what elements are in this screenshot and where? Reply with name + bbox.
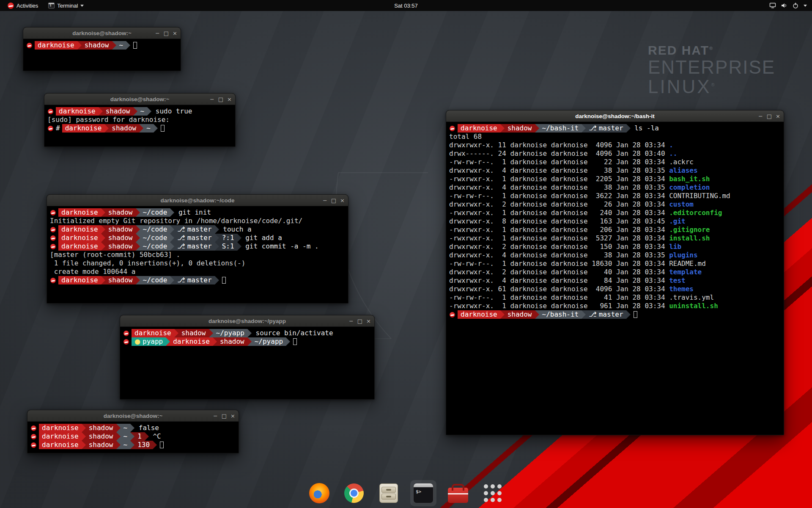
- redhat-prompt-icon: [450, 126, 455, 131]
- output-line: [sudo] password for darknoise:: [47, 116, 235, 124]
- rhel-logo: RED HAT® ENTERPRISE LINUX®: [648, 43, 775, 97]
- file-list-row: -rwxrwxr-x. 1 darknoise darknoise 2205 J…: [449, 175, 784, 183]
- terminal-cursor: [160, 442, 164, 448]
- command-text: ls -la: [631, 124, 659, 133]
- powerline-arrow: [154, 124, 158, 133]
- prompt-line: darknoiseshadow~/pyapp source bin/activa…: [123, 329, 374, 337]
- activities-button[interactable]: Activities: [3, 0, 42, 11]
- powerline-arrow: [170, 234, 174, 242]
- prompt-segment-host: shadow: [86, 432, 116, 441]
- terminal-content[interactable]: darknoiseshadow~/pyapp source bin/activa…: [120, 327, 374, 346]
- prompt-line: darknoiseshadow~ sudo true: [47, 107, 235, 116]
- maximize-button[interactable]: □: [767, 113, 772, 119]
- window-titlebar[interactable]: darknoise@shadow:~ − □ ×: [23, 28, 181, 39]
- window-titlebar[interactable]: darknoise@shadow:~ − □ ×: [27, 410, 239, 422]
- minimize-button[interactable]: −: [213, 413, 218, 419]
- terminal-content[interactable]: darknoiseshadow~ sudo true[sudo] passwor…: [44, 105, 235, 133]
- output-line: Initialized empty Git repository in /hom…: [50, 217, 348, 225]
- terminal-content[interactable]: darknoiseshadow~ falsedarknoiseshadow~1 …: [27, 422, 239, 449]
- dock-item-files[interactable]: [376, 480, 402, 506]
- powerline-arrow: [104, 124, 109, 133]
- file-name: install.sh: [669, 234, 710, 243]
- window-titlebar[interactable]: darknoise@shadow:~ − □ ×: [44, 94, 235, 105]
- dock-item-show-applications[interactable]: [480, 480, 506, 506]
- window-title: darknoise@shadow:~/bash-it: [575, 113, 655, 119]
- prompt-line: darknoiseshadow~: [26, 41, 181, 50]
- dock-item-firefox[interactable]: [306, 480, 332, 506]
- command-text: sudo true: [151, 107, 192, 116]
- minimize-button[interactable]: −: [758, 113, 763, 119]
- dock-item-chrome[interactable]: [341, 480, 367, 506]
- rhel-logo-line3: LINUX®: [648, 77, 775, 97]
- minimize-button[interactable]: −: [155, 30, 160, 36]
- prompt-segment-path: ~/pyapp: [213, 329, 247, 337]
- volume-icon: [781, 2, 787, 9]
- close-button[interactable]: ×: [230, 413, 235, 419]
- maximize-button[interactable]: □: [222, 413, 227, 419]
- file-list-row: -rw-rw-r--. 1 darknoise darknoise 3622 J…: [449, 192, 784, 200]
- file-name: .travis.yml: [669, 293, 714, 302]
- powerline-arrow: [215, 276, 219, 284]
- prompt-line: darknoiseshadow~/bash-it⎇ master ls -la: [449, 124, 784, 133]
- prompt-line: darknoiseshadow~/code⎇ masterS:1 git com…: [50, 242, 348, 251]
- minimize-button[interactable]: −: [210, 97, 214, 102]
- powerline-arrow: [82, 432, 86, 441]
- terminal-content[interactable]: darknoiseshadow~/bash-it⎇ master ls -lat…: [446, 122, 784, 319]
- prompt-line: darknoiseshadow~/bash-it⎇ master: [449, 310, 784, 319]
- close-button[interactable]: ×: [366, 318, 371, 324]
- file-list-row: drwxrwxr-x. 4 darknoise darknoise 38 Jan…: [449, 251, 784, 260]
- prompt-segment-host: shadow: [103, 107, 133, 116]
- file-name: .gitignore: [669, 226, 710, 234]
- prompt-segment-user: darknoise: [39, 441, 82, 449]
- file-name: ..: [669, 149, 677, 158]
- prompt-segment-path: ~: [143, 124, 154, 133]
- clock[interactable]: Sat 03:57: [390, 0, 422, 11]
- file-list-row: -rw-rw-r--. 1 darknoise darknoise 22 Jan…: [449, 158, 784, 166]
- file-list-row: -rwxrwxr-x. 1 darknoise darknoise 961 Ja…: [449, 302, 784, 310]
- window-titlebar[interactable]: darknoise@shadow:~/code − □ ×: [47, 195, 348, 206]
- prompt-segment-host: shadow: [82, 41, 112, 50]
- git-branch-icon: ⎇: [177, 276, 187, 284]
- window-title: darknoise@shadow:~/code: [161, 197, 235, 204]
- close-button[interactable]: ×: [776, 113, 780, 119]
- close-button[interactable]: ×: [173, 30, 177, 36]
- powerline-arrow: [209, 329, 213, 337]
- maximize-button[interactable]: □: [164, 30, 169, 36]
- system-status-area[interactable]: [764, 0, 812, 11]
- window-titlebar[interactable]: darknoise@shadow:~/bash-it − □ ×: [446, 110, 784, 122]
- activities-label: Activities: [16, 3, 38, 9]
- close-button[interactable]: ×: [340, 198, 345, 203]
- close-button[interactable]: ×: [227, 97, 232, 102]
- terminal-cursor: [634, 311, 637, 318]
- prompt-segment-host: shadow: [86, 441, 116, 449]
- git-branch-icon: ⎇: [177, 242, 187, 250]
- window-title: darknoise@shadow:~/pyapp: [208, 318, 286, 324]
- prompt-line: #darknoiseshadow~: [47, 124, 235, 133]
- prompt-segment-user: darknoise: [62, 124, 105, 133]
- powerline-arrow: [99, 107, 103, 116]
- terminal-content[interactable]: darknoiseshadow~/code git initInitialize…: [47, 206, 348, 284]
- powerline-arrow: [170, 276, 174, 284]
- dock-item-terminal[interactable]: [410, 480, 436, 506]
- powerline-arrow: [535, 124, 539, 133]
- window-titlebar[interactable]: darknoise@shadow:~/pyapp − □ ×: [120, 315, 374, 327]
- prompt-segment-git: ⎇ master: [174, 225, 214, 234]
- file-list-row: drwxrwxr-x. 11 darknoise darknoise 4096 …: [449, 141, 784, 149]
- dock-item-toolbox[interactable]: [445, 480, 471, 506]
- minimize-button[interactable]: −: [323, 198, 327, 203]
- app-menu[interactable]: Terminal: [44, 0, 88, 11]
- maximize-button[interactable]: □: [357, 318, 362, 324]
- powerline-arrow: [535, 310, 539, 319]
- maximize-button[interactable]: □: [218, 97, 223, 102]
- maximize-button[interactable]: □: [331, 198, 336, 203]
- minimize-button[interactable]: −: [349, 318, 354, 324]
- redhat-prompt-icon: [31, 425, 36, 431]
- redhat-prompt-icon: [31, 434, 36, 439]
- powerline-arrow: [130, 441, 134, 449]
- redhat-prompt-icon: [50, 227, 56, 232]
- file-list-row: drwx------. 24 darknoise darknoise 4096 …: [449, 149, 784, 158]
- top-bar: Activities Terminal Sat 03:57: [0, 0, 812, 11]
- prompt-segment-host: shadow: [86, 424, 116, 432]
- redhat-prompt-icon: [50, 244, 56, 249]
- terminal-content[interactable]: darknoiseshadow~: [23, 39, 181, 50]
